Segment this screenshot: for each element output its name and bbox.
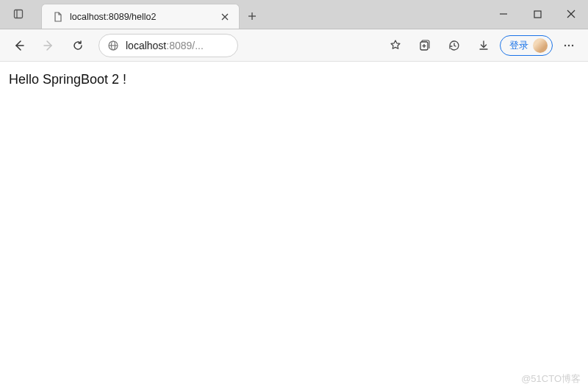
collections-icon	[418, 39, 431, 52]
collections-button[interactable]	[412, 32, 438, 59]
svg-point-19	[564, 44, 566, 46]
address-host: localhost	[126, 40, 166, 51]
minimize-button[interactable]	[487, 0, 520, 29]
tab-actions-button[interactable]	[0, 0, 38, 29]
downloads-button[interactable]	[470, 32, 497, 59]
refresh-button[interactable]	[65, 32, 91, 59]
browser-tab[interactable]: localhost:8089/hello2	[41, 4, 240, 29]
arrow-left-icon	[12, 39, 26, 52]
minimize-icon	[499, 10, 508, 18]
globe-icon	[107, 39, 120, 52]
back-button[interactable]	[6, 32, 32, 59]
tabs-area: localhost:8089/hello2	[38, 0, 487, 29]
address-text: localhost:8089/...	[126, 40, 204, 51]
more-horizontal-icon	[562, 39, 576, 52]
maximize-button[interactable]	[520, 0, 554, 29]
history-button[interactable]	[441, 32, 467, 59]
download-icon	[477, 39, 490, 52]
tab-actions-icon	[13, 8, 25, 20]
forward-button[interactable]	[35, 32, 62, 59]
svg-rect-0	[15, 10, 23, 18]
plus-icon	[247, 11, 257, 21]
favorites-button[interactable]	[382, 32, 409, 59]
new-tab-button[interactable]	[240, 4, 265, 29]
tab-close-button[interactable]	[218, 10, 232, 24]
avatar	[533, 38, 548, 53]
login-label: 登录	[509, 39, 528, 52]
maximize-icon	[534, 10, 542, 18]
star-plus-icon	[389, 39, 402, 52]
page-icon	[52, 11, 64, 23]
window-titlebar: localhost:8089/hello2	[0, 0, 588, 29]
address-bar[interactable]: localhost:8089/...	[98, 34, 238, 57]
page-body-text: Hello SpringBoot 2 !	[9, 72, 579, 87]
history-icon	[448, 39, 461, 52]
svg-point-20	[568, 44, 570, 46]
watermark: @51CTO博客	[521, 372, 581, 386]
window-controls	[487, 0, 588, 29]
svg-rect-7	[534, 11, 541, 18]
refresh-icon	[71, 39, 85, 52]
more-menu-button[interactable]	[556, 32, 582, 59]
tab-title: localhost:8089/hello2	[70, 12, 212, 22]
close-icon	[221, 13, 229, 21]
page-content: Hello SpringBoot 2 !	[0, 62, 588, 98]
svg-point-21	[572, 44, 573, 46]
close-icon	[567, 10, 576, 18]
address-path: :8089/...	[166, 40, 204, 51]
arrow-right-icon	[42, 39, 55, 52]
close-window-button[interactable]	[554, 0, 588, 29]
browser-toolbar: localhost:8089/... 登录	[0, 29, 588, 62]
login-button[interactable]: 登录	[500, 35, 553, 56]
